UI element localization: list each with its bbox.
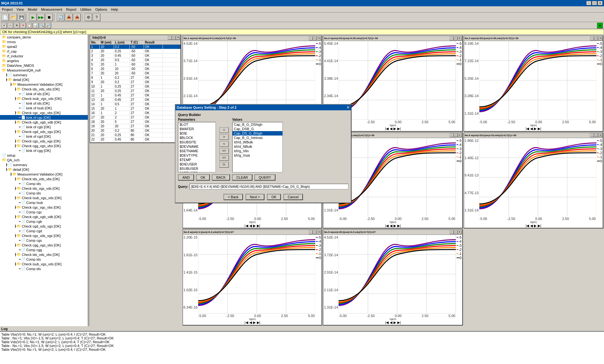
chart-plot-area[interactable] — [479, 138, 596, 217]
chart-plot-area[interactable] — [339, 41, 456, 120]
nav-prev[interactable]: ◀ — [249, 224, 252, 228]
ok-button[interactable]: OK — [196, 174, 210, 181]
nav-first[interactable]: |◀ — [385, 224, 388, 228]
param-item[interactable]: $LOT — [178, 122, 216, 127]
chart-min[interactable]: − — [450, 37, 453, 40]
tree-item[interactable]: ┣📄summary — [0, 72, 88, 77]
chart-plot-area[interactable] — [339, 235, 456, 314]
tree-item[interactable]: ┣📁Check isub_vgs_vds [OK] — [0, 96, 88, 101]
dialog-close-button[interactable]: ✕ — [346, 105, 350, 110]
chart-max[interactable]: □ — [313, 230, 317, 234]
tree-item[interactable]: 📁DataView_NMOS — [0, 63, 88, 68]
delete-button[interactable]: ✕ — [14, 23, 20, 28]
nav-last[interactable]: ▶| — [257, 321, 260, 325]
green-button[interactable]: ● — [597, 23, 603, 28]
nav-prev[interactable]: ◀ — [390, 321, 392, 325]
tree-item[interactable]: 📁compare_demo — [0, 35, 88, 39]
menu-item-model[interactable]: Model — [26, 7, 39, 12]
nav-last[interactable]: ▶| — [397, 224, 401, 228]
next-button[interactable]: Next > — [246, 194, 264, 200]
nav-first[interactable]: |◀ — [385, 321, 388, 325]
cancel-button[interactable]: Cancel — [283, 194, 303, 200]
tree-item[interactable]: ┣📁Check cgs_vds_vgs [OK] — [0, 139, 88, 143]
zoom-button[interactable]: 🔎 — [45, 23, 51, 28]
tree-item[interactable]: ┣📁Check isub_vgs_vds [OK] — [0, 195, 88, 200]
query-input[interactable] — [189, 184, 348, 189]
tree-item[interactable]: ┣📁Check cgc_vgc_vbs [OK] — [0, 110, 88, 115]
chart-close[interactable]: ✕ — [458, 230, 462, 234]
chart-min[interactable]: − — [590, 37, 594, 40]
tree-item[interactable]: 📁MeasurementQA_null — [0, 68, 88, 72]
back-button[interactable]: BACK — [212, 174, 230, 181]
nav-first[interactable]: |◀ — [245, 224, 248, 228]
menu-item-help[interactable]: Help — [109, 7, 120, 12]
tree-item[interactable]: ┣📁Check cgg_vgs_vbs [OK] — [0, 143, 88, 148]
nav-first[interactable]: |◀ — [385, 127, 388, 131]
remove-button[interactable]: − — [8, 23, 13, 28]
tree-item[interactable]: 📁QA_nch — [0, 158, 88, 162]
tree-item[interactable]: ┣📄summary — [0, 162, 88, 167]
value-item[interactable]: Cap_B_G_Intrinsic — [233, 136, 282, 140]
table-row[interactable]: 1720227OK — [90, 115, 181, 120]
query-button[interactable]: QUERY — [254, 174, 275, 181]
reload-button[interactable]: 🔄 — [57, 14, 64, 21]
nav-next[interactable]: ▶ — [253, 224, 256, 228]
tree-item[interactable]: ━📄kink of Isub [OK] — [0, 106, 88, 110]
tree-item[interactable]: ┣📁Check cgg_vgs_vbs [OK] — [0, 243, 88, 247]
value-item[interactable]: IdVd_NBulk — [233, 144, 282, 149]
run-all-button[interactable]: ▶▶ — [37, 14, 45, 21]
nav-next[interactable]: ▶ — [534, 127, 536, 131]
table-row[interactable]: 1210.4527OK — [90, 93, 181, 98]
op-gte[interactable]: >= — [219, 148, 229, 154]
and-button[interactable]: AND — [178, 174, 194, 181]
tree-item[interactable]: ━📄Comp cgd — [0, 228, 88, 233]
chart-min[interactable]: − — [450, 230, 453, 234]
op-gt[interactable]: > — [219, 134, 229, 140]
table-row[interactable]: 13200.4527OK — [90, 98, 181, 102]
tree-item[interactable]: ━📄Comp ids — [0, 181, 88, 186]
tree-item[interactable]: ━📄Comp Isub — [0, 200, 88, 205]
help-button[interactable]: ? — [93, 14, 100, 21]
tree-item[interactable]: ━📄Comp ids — [0, 257, 88, 262]
tree-item[interactable]: ┣📁Check cgb_vgb_vdb [OK] — [0, 120, 88, 124]
dt-minimize[interactable]: − — [168, 36, 172, 40]
tree-item[interactable]: 📁rf_inductor — [0, 54, 88, 58]
table-row[interactable]: 1820527OK — [90, 120, 181, 124]
value-item[interactable]: Cap_B_G_DShigh — [233, 122, 282, 127]
tree-item[interactable]: ━📄Comp cgs — [0, 238, 88, 243]
chart-max[interactable]: □ — [594, 37, 598, 40]
param-item[interactable]: $TEMP — [178, 158, 216, 162]
tree-item[interactable]: ┣📁Check cgd_vds_vgs [OK] — [0, 129, 88, 134]
nav-prev[interactable]: ◀ — [249, 321, 252, 325]
search-button[interactable]: 🔍 — [39, 23, 45, 28]
chart-max[interactable]: □ — [594, 133, 598, 137]
menu-item-view[interactable]: View — [15, 7, 26, 12]
tree-item[interactable]: ━📄kink of cgb [OK] — [0, 124, 88, 129]
nav-first[interactable]: |◀ — [525, 127, 529, 131]
param-item[interactable]: $SUBSITE — [178, 140, 216, 144]
chart-plot-area[interactable] — [198, 235, 315, 314]
tree-item[interactable]: ┣📁Check ids_vds_vbs [OK] — [0, 87, 88, 91]
copy-button[interactable]: ✕ — [20, 23, 26, 28]
tree-item[interactable]: ┣📁Measurement Validation [OK] — [0, 172, 88, 176]
table-row[interactable]: 4200.5-50OK — [90, 58, 181, 62]
minimize-button[interactable]: − — [586, 1, 591, 5]
add-button[interactable]: + — [1, 23, 7, 28]
param-item[interactable]: $DEVNAME — [178, 144, 216, 149]
value-item[interactable]: IdVg_Vlin — [233, 149, 282, 153]
table-row[interactable]: 1010.2527OK — [90, 84, 181, 89]
new-button[interactable]: 📄 — [1, 14, 9, 21]
values-listbox[interactable]: Cap_B_G_DShighCap_DSB_GCap_DS_G_BhighCap… — [232, 122, 283, 172]
settings-button[interactable]: ⚙ — [85, 14, 92, 21]
nav-prev[interactable]: ◀ — [390, 127, 392, 131]
chart-button[interactable]: 📊 — [33, 23, 38, 28]
data-table-body[interactable]: 1200.2-50OK2200.25-50OK3200.45-50OK4200.… — [90, 45, 181, 142]
table-row[interactable]: 1410.527OK — [90, 102, 181, 107]
table-row[interactable]: 21200.2580OK — [90, 133, 181, 137]
export-button[interactable]: 📤 — [73, 14, 81, 21]
nav-last[interactable]: ▶| — [397, 321, 401, 325]
params-listbox[interactable]: $LOT$WAFER$DIE$BLOCK$SUBSITE$DEVNAME$SET… — [178, 122, 216, 172]
nav-last[interactable]: ▶| — [538, 127, 541, 131]
tree-item[interactable]: ━📄kink of cgc [OK] — [0, 115, 88, 120]
param-item[interactable]: $SETUSER — [178, 171, 216, 172]
